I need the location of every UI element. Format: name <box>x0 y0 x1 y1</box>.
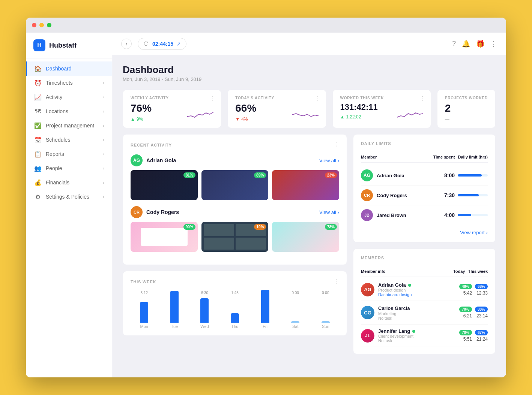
card-menu-icon[interactable]: ⋮ <box>419 95 425 102</box>
todays-activity-label: TODAY'S ACTIVITY <box>235 96 318 100</box>
screenshot-badge: 90% <box>183 224 195 230</box>
time-col-header: Time spent <box>433 155 455 159</box>
online-indicator <box>408 284 411 287</box>
screenshot-badge: 23% <box>325 172 337 178</box>
card-menu-icon[interactable]: ⋮ <box>210 95 216 102</box>
week-badge: 68% <box>475 284 488 289</box>
view-all-button[interactable]: View all › <box>319 209 339 215</box>
member-details: Carlos Garcia Marketing No task <box>378 305 410 320</box>
chevron-icon: › <box>103 81 104 85</box>
minimize-button[interactable] <box>39 23 44 27</box>
online-indicator <box>412 330 415 333</box>
sidebar-item-label: Reports <box>46 151 64 157</box>
back-button[interactable]: ‹ <box>121 39 132 49</box>
screenshots-row: 90% 19% <box>131 222 339 252</box>
logo-area: H Hubstaff <box>26 33 112 58</box>
this-week-menu-icon[interactable]: ⋮ <box>333 278 339 285</box>
member-details: Adrian Goia Product design Dashboard des… <box>378 282 412 297</box>
week-day: Sun <box>322 324 329 329</box>
week-time: 5:12 <box>141 291 148 295</box>
sidebar-item-project-management[interactable]: ✅ Project management › <box>26 118 112 133</box>
projects-worked-change: — <box>445 117 488 122</box>
sidebar-item-reports[interactable]: 📋 Reports › <box>26 147 112 161</box>
sidebar-item-financials[interactable]: 💰 Financials › <box>26 175 112 190</box>
member-name: Jennifer Lang <box>378 328 410 334</box>
week-col-sat: 0:00 Sat <box>282 291 309 329</box>
maximize-button[interactable] <box>47 23 51 27</box>
members-header-row: MEMBERS <box>361 256 488 260</box>
members-card: MEMBERS Member info Today This week <box>353 248 496 354</box>
limit-time: 4:00 <box>442 212 455 218</box>
sidebar-item-dashboard[interactable]: 🏠 Dashboard <box>26 61 112 76</box>
recent-activity-header: RECENT ACTIVITY ⋮ <box>131 141 339 148</box>
sidebar-item-activity[interactable]: 📈 Activity › <box>26 90 112 104</box>
week-col-thu: 1:45 Thu <box>221 291 249 329</box>
chevron-right-icon: › <box>338 209 339 215</box>
member-role: Client development <box>378 334 415 338</box>
week-time: 0:00 <box>322 291 329 295</box>
chevron-icon: › <box>103 138 104 142</box>
todays-activity-card: TODAY'S ACTIVITY 66% ▼ 4% ⋮ <box>227 90 326 128</box>
member-info: JL Jennifer Lang Client development <box>361 328 456 343</box>
worked-chart <box>397 109 423 120</box>
sidebar-item-people[interactable]: 👥 People › <box>26 161 112 175</box>
recent-activity-menu-icon[interactable]: ⋮ <box>333 141 339 148</box>
screenshot: 23% <box>272 170 339 200</box>
week-day: Mon <box>140 324 148 329</box>
gift-icon[interactable]: 🎁 <box>476 40 484 48</box>
locations-icon: 🗺 <box>35 108 41 115</box>
daily-limits-header: DAILY LIMITS <box>361 141 488 146</box>
member-today: 48% 5:42 <box>459 284 472 296</box>
avatar: CR <box>131 206 143 218</box>
bar-wrap <box>261 296 269 323</box>
member-name: Carlos Garcia <box>378 305 410 311</box>
sidebar-item-schedules[interactable]: 📅 Schedules › <box>26 133 112 147</box>
sidebar-item-settings-policies[interactable]: ⚙ Settings & Policies › <box>26 190 112 204</box>
more-icon[interactable]: ⋮ <box>490 40 497 48</box>
limit-bar <box>458 214 488 216</box>
limit-bar <box>458 194 488 196</box>
member-task: Dashboard design <box>378 292 412 297</box>
close-button[interactable] <box>32 23 36 27</box>
member-week-time: 12:33 <box>476 290 488 296</box>
week-time: 0:00 <box>292 291 299 295</box>
notifications-icon[interactable]: 🔔 <box>462 40 470 48</box>
sidebar-item-locations[interactable]: 🗺 Locations › <box>26 104 112 118</box>
member-today-time: 5:42 <box>463 290 472 296</box>
member-avatar-name: AG Adrian Goia <box>361 169 439 181</box>
member-name: Adrian Goia <box>378 282 406 288</box>
sidebar-item-label: Schedules <box>46 137 70 143</box>
daily-limits-title: DAILY LIMITS <box>361 141 391 146</box>
page-date-range: Mon, Jun 3, 2019 - Sun, Jun 9, 2019 <box>123 76 496 82</box>
member-task: No task <box>378 316 410 320</box>
projects-worked-label: PROJECTS WORKED <box>445 96 488 100</box>
chevron-icon: › <box>103 123 104 128</box>
view-all-button[interactable]: View all › <box>319 158 339 163</box>
bar-wrap <box>170 296 179 323</box>
limit-time: 7:30 <box>442 192 455 198</box>
week-bars: 5:12 Mon 8:05 <box>131 291 339 329</box>
reports-icon: 📋 <box>35 151 41 157</box>
settings-icon: ⚙ <box>35 193 41 200</box>
this-week-title: THIS WEEK <box>131 280 156 284</box>
card-menu-icon[interactable]: ⋮ <box>315 95 321 102</box>
view-report-button[interactable]: View report › <box>361 230 488 235</box>
weekly-activity-label: WEEKLY ACTIVITY <box>131 96 213 100</box>
member-row: JL Jennifer Lang Client development <box>361 325 488 347</box>
screenshot-badge: 89% <box>254 172 266 178</box>
user-info: CR Cody Rogers <box>131 206 179 218</box>
sidebar-item-label: Activity <box>46 94 62 100</box>
help-icon[interactable]: ? <box>452 40 456 48</box>
avatar: AG <box>131 154 143 166</box>
logo-icon: H <box>33 39 45 51</box>
timer-box[interactable]: ⏱ 02:44:15 ↗ <box>138 38 186 50</box>
member-week-time: 23:14 <box>476 313 488 319</box>
sidebar-item-timesheets[interactable]: ⏰ Timesheets › <box>26 76 112 90</box>
week-time: 1:45 <box>231 291 238 295</box>
bar-wrap <box>231 296 239 323</box>
members-table-header: Member info Today This week <box>361 266 488 277</box>
avatar: JB <box>361 209 373 221</box>
sidebar-item-label: Timesheets <box>46 80 73 86</box>
bar <box>322 321 330 323</box>
bar <box>140 302 148 323</box>
